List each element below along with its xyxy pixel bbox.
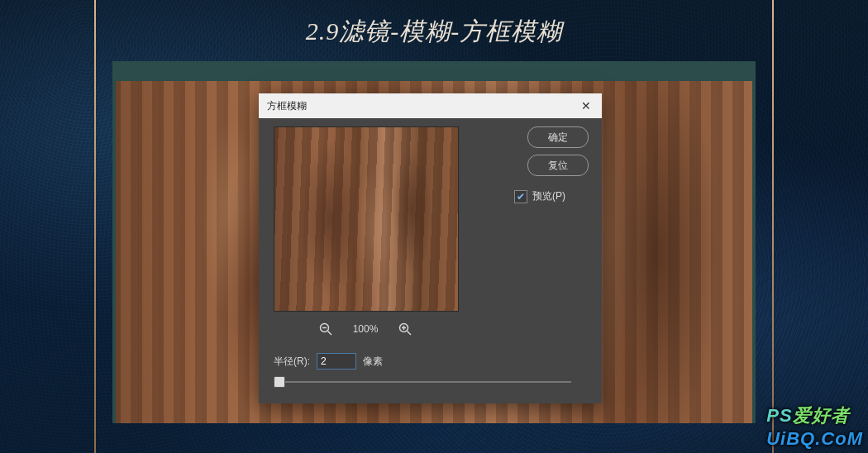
slider-track: [274, 381, 571, 383]
ok-label: 确定: [548, 131, 568, 145]
dialog-titlebar[interactable]: 方框模糊 ✕: [259, 93, 602, 118]
radius-row: 半径(R): 像素: [274, 353, 383, 370]
preview-wood-texture: [274, 127, 458, 311]
close-icon[interactable]: ✕: [579, 98, 594, 113]
zoom-in-icon[interactable]: [398, 322, 413, 336]
radius-unit: 像素: [363, 355, 383, 369]
zoom-out-icon[interactable]: [318, 322, 333, 336]
preview-checkbox-row: ✔ 预览(P): [514, 189, 589, 203]
preview-label: 预览(P): [532, 189, 565, 203]
reset-button[interactable]: 复位: [527, 155, 589, 176]
reset-label: 复位: [548, 159, 568, 173]
zoom-level: 100%: [353, 323, 379, 335]
radius-slider[interactable]: [274, 376, 571, 388]
page-title: 2.9滤镜-模糊-方框模糊: [0, 15, 868, 49]
ok-button[interactable]: 确定: [527, 126, 589, 148]
radius-label: 半径(R):: [274, 355, 310, 369]
dialog-body: 100% 确定 复位 ✔ 预览(P) 半径(R): 像素: [259, 118, 602, 403]
svg-line-4: [408, 331, 412, 336]
dialog-title-text: 方框模糊: [267, 99, 307, 113]
preview-thumbnail[interactable]: [274, 126, 459, 312]
box-blur-dialog: 方框模糊 ✕ 100% 确定 复位: [259, 93, 602, 403]
radius-input[interactable]: [317, 353, 356, 370]
svg-line-1: [327, 331, 331, 336]
zoom-controls: 100%: [274, 318, 457, 340]
preview-checkbox[interactable]: ✔: [514, 190, 527, 203]
divider-left: [94, 0, 96, 453]
divider-right: [772, 0, 774, 453]
slider-thumb[interactable]: [274, 376, 285, 388]
